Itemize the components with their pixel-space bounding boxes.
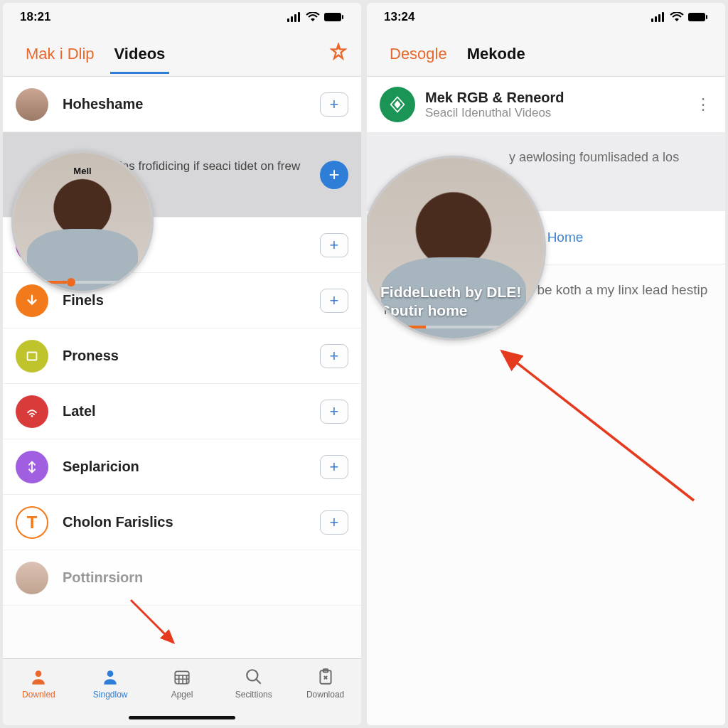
- svg-rect-4: [324, 13, 341, 21]
- diamond-icon: [380, 87, 415, 122]
- book-icon: [16, 340, 48, 373]
- list-item[interactable]: Hoheshame +: [3, 77, 361, 132]
- list-label: Seplaricion: [63, 459, 320, 475]
- header-tabs: Mak i Dlip Videos: [3, 31, 361, 77]
- svg-point-16: [247, 670, 257, 680]
- add-button[interactable]: +: [320, 455, 348, 479]
- status-bar: 18:21: [3, 3, 361, 31]
- letter-icon: T: [16, 506, 48, 539]
- person-icon: [28, 666, 49, 687]
- more-options-icon[interactable]: ⋮: [695, 95, 712, 114]
- header-tabs: Desogle Mekode: [367, 31, 725, 77]
- tab-desogle[interactable]: Desogle: [380, 35, 457, 73]
- tab-download[interactable]: Download: [297, 666, 354, 700]
- list-item[interactable]: Proness +: [3, 328, 361, 384]
- cellular-icon: [287, 12, 301, 22]
- svg-rect-0: [287, 18, 289, 22]
- list-label: Proness: [63, 348, 320, 364]
- list-label: Finels: [63, 292, 320, 309]
- status-icons: [287, 12, 344, 22]
- tabbar: Downled Singdlow Apgel Secittions Downlo…: [3, 658, 361, 725]
- add-button[interactable]: +: [320, 400, 348, 424]
- tab-videos[interactable]: Videos: [105, 35, 176, 73]
- person-icon: [100, 666, 121, 687]
- add-button[interactable]: +: [320, 510, 348, 535]
- svg-point-9: [107, 670, 114, 677]
- tab-singdlow[interactable]: Singdlow: [82, 666, 139, 700]
- wifi-circle-icon: [16, 395, 48, 428]
- avatar: [16, 562, 48, 594]
- add-button[interactable]: +: [320, 92, 348, 117]
- list-item[interactable]: Latel +: [3, 384, 361, 439]
- svg-rect-21: [651, 18, 653, 22]
- star-action-icon[interactable]: [328, 43, 348, 65]
- svg-point-7: [31, 415, 33, 417]
- clipboard-icon: [315, 666, 336, 687]
- list-item[interactable]: Seplaricion +: [3, 439, 361, 495]
- svg-rect-23: [658, 14, 660, 22]
- svg-point-8: [36, 670, 42, 677]
- avatar: [16, 88, 48, 121]
- add-button[interactable]: +: [320, 289, 348, 313]
- svg-rect-5: [342, 15, 343, 19]
- search-icon: [243, 666, 264, 687]
- list-label: Hoheshame: [63, 96, 320, 112]
- status-icons: [651, 12, 708, 22]
- list-label: Cholon Farislics: [63, 514, 320, 530]
- cellular-icon: [651, 12, 665, 22]
- svg-rect-3: [298, 12, 300, 22]
- list-item[interactable]: Pottinrsiorn: [3, 550, 361, 606]
- card-title: Mek RGB & Reneord: [425, 90, 685, 106]
- info-text: y aewlosing foumlisaded a los: [509, 150, 679, 164]
- wifi-icon: [306, 12, 320, 22]
- home-indicator[interactable]: [129, 716, 235, 719]
- svg-rect-24: [662, 12, 664, 22]
- tab-mekode[interactable]: Mekode: [457, 35, 535, 73]
- list-label: Pottinrsiorn: [63, 569, 348, 586]
- battery-icon: [688, 12, 708, 22]
- wifi-icon: [670, 12, 684, 22]
- status-time: 13:24: [384, 10, 414, 24]
- transfer-icon: [16, 451, 48, 483]
- svg-rect-6: [28, 352, 37, 360]
- tab-makidlip[interactable]: Mak i Dlip: [16, 35, 105, 73]
- status-time: 18:21: [20, 10, 50, 24]
- tab-downled[interactable]: Downled: [10, 666, 67, 700]
- svg-rect-25: [688, 13, 705, 21]
- svg-rect-2: [294, 14, 296, 22]
- add-button[interactable]: +: [320, 233, 348, 257]
- phone-right: 13:24 Desogle Mekode Mek RGB & Reneord S…: [367, 3, 725, 725]
- tab-secittions[interactable]: Secittions: [225, 666, 282, 700]
- svg-rect-22: [655, 16, 657, 22]
- download-arrow-icon: [16, 284, 48, 317]
- video-preview-bubble[interactable]: Mell: [11, 151, 154, 293]
- add-button[interactable]: +: [320, 344, 348, 368]
- bubble-tag: Mell: [73, 166, 91, 176]
- status-bar: 13:24: [367, 3, 725, 31]
- calendar-icon: [171, 666, 193, 687]
- battery-icon: [324, 12, 344, 22]
- svg-line-17: [256, 679, 261, 684]
- channel-card[interactable]: Mek RGB & Reneord Seacil Idenuthal Video…: [367, 77, 725, 133]
- add-button-filled[interactable]: +: [320, 161, 348, 189]
- tab-apgel[interactable]: Apgel: [154, 666, 210, 700]
- video-preview-bubble[interactable]: FiddeLueth by DLE! Sputir home: [367, 156, 546, 341]
- phone-left: 18:21 Mak i Dlip Videos Hoheshame + Mart…: [3, 3, 361, 725]
- svg-rect-1: [291, 16, 293, 22]
- list-label: Latel: [63, 403, 320, 419]
- svg-rect-26: [706, 15, 707, 19]
- card-subtitle: Seacil Idenuthal Videos: [425, 106, 685, 120]
- list-item[interactable]: T Cholon Farislics +: [3, 495, 361, 550]
